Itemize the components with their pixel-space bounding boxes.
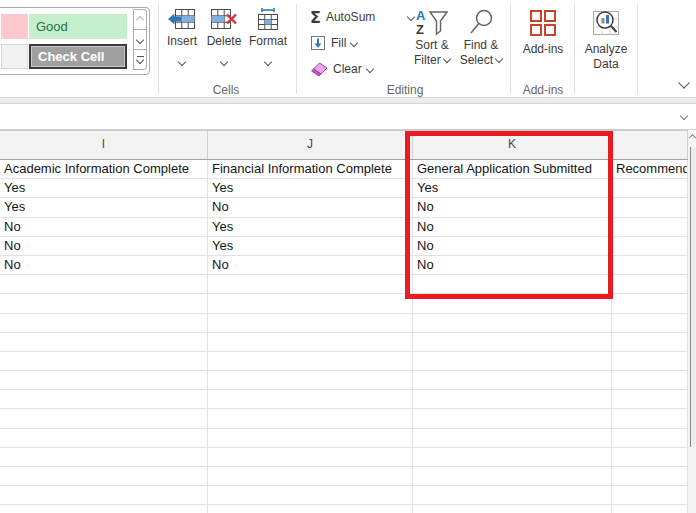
grid-cell[interactable]: Yes [208,237,413,256]
grid-cell-empty[interactable] [612,429,688,448]
style-neutral-partial[interactable] [1,44,28,69]
grid-cell-empty[interactable] [0,390,208,409]
addins-button[interactable]: Add-ins [517,4,569,82]
grid-cell[interactable]: Yes [413,179,612,198]
grid-cell-empty[interactable] [612,448,688,467]
grid-cell-empty[interactable] [208,409,413,428]
insert-button[interactable]: Insert [162,4,202,82]
formula-bar[interactable] [0,104,696,130]
column-header-partial[interactable] [612,131,688,159]
grid-cell-empty[interactable] [413,333,612,352]
grid-cell[interactable]: No [413,237,612,256]
grid-cell[interactable]: No [0,237,208,256]
gallery-scroll-up-button[interactable] [133,9,147,30]
grid-cell-empty[interactable] [413,371,612,390]
vertical-scrollbar[interactable] [688,131,696,513]
grid-cell-empty[interactable] [612,275,688,294]
grid-cell-empty[interactable] [208,486,413,505]
grid-cell-empty[interactable] [0,429,208,448]
column-header-J[interactable]: J [208,131,413,159]
column-header-K[interactable]: K [413,131,612,159]
grid-cell-empty[interactable] [413,505,612,513]
grid-cell-empty[interactable] [0,486,208,505]
gallery-scroll-down-button[interactable] [133,29,147,50]
style-bad-partial[interactable] [1,14,28,39]
grid-cell[interactable]: Yes [208,218,413,237]
grid-cell-empty[interactable] [413,352,612,371]
grid-cell-empty[interactable] [0,467,208,486]
grid-cell-empty[interactable] [413,314,612,333]
grid-cell-empty[interactable] [208,448,413,467]
grid-cell-empty[interactable] [612,409,688,428]
grid-cell-empty[interactable] [612,371,688,390]
grid-cell-empty[interactable] [208,314,413,333]
column-title-cell[interactable]: Financial Information Complete [208,160,413,179]
collapse-ribbon-button[interactable] [678,77,689,88]
grid-cell-empty[interactable] [0,333,208,352]
grid-cell-empty[interactable] [0,294,208,313]
grid-cell[interactable]: No [208,256,413,275]
clear-button[interactable]: Clear [310,59,373,79]
grid-cell-empty[interactable] [413,467,612,486]
grid-cell[interactable]: Yes [0,198,208,217]
grid-cell[interactable]: Yes [0,179,208,198]
grid-cell-empty[interactable] [0,505,208,513]
grid-cell-empty[interactable] [413,294,612,313]
grid-cell-empty[interactable] [208,352,413,371]
grid-cell-empty[interactable] [413,448,612,467]
grid-cell-empty[interactable] [208,467,413,486]
grid-cell[interactable]: No [0,218,208,237]
grid-cell-empty[interactable] [612,486,688,505]
delete-button[interactable]: Delete [204,4,244,82]
find-select-button[interactable]: Find & Select [456,4,506,82]
analyze-data-button[interactable]: Analyze Data [580,4,632,82]
grid-cell-empty[interactable] [208,333,413,352]
grid-cell[interactable] [612,237,688,256]
grid-cell[interactable]: No [0,256,208,275]
grid-cell-empty[interactable] [0,314,208,333]
grid-cell-empty[interactable] [612,294,688,313]
expand-formula-bar-button[interactable] [680,112,688,120]
style-check-cell[interactable]: Check Cell [29,44,127,69]
grid-cell[interactable] [612,256,688,275]
grid-cell-empty[interactable] [0,371,208,390]
scrollbar-thumb[interactable] [690,147,696,447]
grid-cell-empty[interactable] [413,409,612,428]
grid-cell-empty[interactable] [413,486,612,505]
grid-cell[interactable] [612,179,688,198]
grid-cell-empty[interactable] [612,333,688,352]
grid-cell-empty[interactable] [208,294,413,313]
autosum-button[interactable]: Σ AutoSum [310,7,414,27]
style-good[interactable]: Good [29,14,127,39]
grid-cell-empty[interactable] [413,429,612,448]
format-button[interactable]: Format [246,4,290,82]
grid-cell-empty[interactable] [612,352,688,371]
column-header-I[interactable]: I [0,131,208,159]
grid-cell[interactable]: No [208,198,413,217]
grid-cell-empty[interactable] [208,390,413,409]
grid-cell-empty[interactable] [208,429,413,448]
grid-cell-empty[interactable] [413,390,612,409]
grid-cell-empty[interactable] [413,275,612,294]
grid-cell-empty[interactable] [208,505,413,513]
grid-cell-empty[interactable] [612,467,688,486]
grid-cell-empty[interactable] [208,275,413,294]
column-title-cell[interactable]: Recommendation [612,160,688,179]
fill-button[interactable]: Fill [310,33,357,53]
sort-filter-button[interactable]: A Z Sort & Filter [408,4,456,82]
grid-cell-empty[interactable] [612,314,688,333]
grid-cell-empty[interactable] [0,409,208,428]
grid-cell-empty[interactable] [612,390,688,409]
grid-cell[interactable]: No [413,218,612,237]
grid-cell-empty[interactable] [0,352,208,371]
grid-cell-empty[interactable] [0,448,208,467]
column-title-cell[interactable]: Academic Information Complete [0,160,208,179]
grid-cell[interactable]: Yes [208,179,413,198]
gallery-more-button[interactable] [133,49,147,70]
grid-cell[interactable] [612,218,688,237]
grid-cell[interactable]: No [413,256,612,275]
grid-cell[interactable] [612,198,688,217]
grid-cell[interactable]: No [413,198,612,217]
column-title-cell[interactable]: General Application Submitted [413,160,612,179]
grid-cell-empty[interactable] [0,275,208,294]
